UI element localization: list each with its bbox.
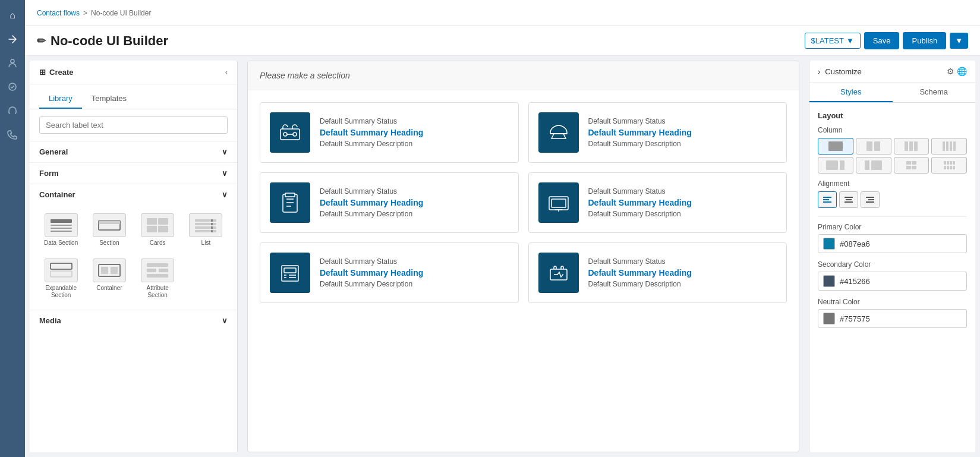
section-form-label: Form xyxy=(39,169,59,178)
column-option-3[interactable] xyxy=(894,138,929,155)
align-right[interactable] xyxy=(861,191,880,208)
svg-rect-4 xyxy=(51,228,72,229)
card-icon-0 xyxy=(270,112,310,153)
summary-card-4[interactable]: Default Summary Status Default Summary H… xyxy=(260,242,519,303)
section-container[interactable]: Container ∨ xyxy=(30,184,237,205)
svg-rect-25 xyxy=(147,263,168,267)
svg-point-0 xyxy=(11,59,14,63)
nav-home[interactable]: ⌂ xyxy=(2,5,23,26)
right-panel-nav-arrow-icon[interactable]: › xyxy=(818,67,820,76)
cards-label: Cards xyxy=(150,239,166,247)
component-data-section[interactable]: Data Section xyxy=(39,210,83,250)
neutral-color-input[interactable]: #757575 xyxy=(818,309,967,328)
column-option-1-3[interactable] xyxy=(818,157,853,174)
panel-tabs: Library Templates xyxy=(30,84,237,109)
component-container[interactable]: Container xyxy=(87,255,131,302)
tab-templates[interactable]: Templates xyxy=(82,89,136,109)
align-left[interactable] xyxy=(818,191,837,208)
column-option-1[interactable] xyxy=(818,138,853,155)
svg-rect-46 xyxy=(868,199,874,200)
summary-card-5[interactable]: Default Summary Status Default Summary H… xyxy=(528,242,787,303)
component-list[interactable]: List xyxy=(184,210,228,250)
breadcrumb-parent[interactable]: Contact flows xyxy=(37,9,80,17)
section-general-chevron-icon: ∨ xyxy=(222,147,228,156)
summary-card-2[interactable]: Default Summary Status Default Summary H… xyxy=(260,172,519,233)
svg-rect-8 xyxy=(147,218,157,225)
card-heading-3: Default Summary Heading xyxy=(588,198,777,207)
right-panel-title: Customize xyxy=(825,67,861,76)
nav-phone[interactable] xyxy=(2,124,23,145)
collapse-icon[interactable]: ‹ xyxy=(225,68,228,77)
publish-dropdown-button[interactable]: ▼ xyxy=(950,33,968,49)
secondary-color-input[interactable]: #415266 xyxy=(818,272,967,291)
card-description-0: Default Summary Description xyxy=(320,140,509,148)
left-panel: ⊞ Create ‹ Library Templates General ∨ F… xyxy=(30,61,238,452)
column-option-2-3[interactable] xyxy=(856,157,891,174)
tab-styles[interactable]: Styles xyxy=(809,83,893,102)
svg-rect-13 xyxy=(195,223,216,225)
svg-rect-20 xyxy=(51,263,72,269)
column-option-mixed[interactable] xyxy=(931,157,967,174)
tab-library[interactable]: Library xyxy=(39,89,82,109)
svg-rect-3 xyxy=(51,225,72,226)
expandable-section-label: Expandable Section xyxy=(42,285,80,299)
nav-headset[interactable] xyxy=(2,100,23,121)
svg-rect-26 xyxy=(147,269,156,272)
svg-rect-5 xyxy=(51,231,72,232)
edit-icon[interactable]: ✏ xyxy=(37,34,46,48)
align-center[interactable] xyxy=(839,191,858,208)
section-general[interactable]: General ∨ xyxy=(30,141,237,162)
neutral-color-swatch[interactable] xyxy=(823,313,835,324)
svg-rect-44 xyxy=(844,201,853,203)
tab-schema[interactable]: Schema xyxy=(893,83,976,102)
canvas-container: Please make a selection Default Summary … xyxy=(247,61,799,452)
attribute-section-label: Attribute Section xyxy=(138,285,177,299)
card-description-1: Default Summary Description xyxy=(588,140,777,148)
secondary-color-swatch[interactable] xyxy=(823,275,835,287)
svg-rect-38 xyxy=(550,269,567,280)
column-option-2[interactable] xyxy=(856,138,891,155)
save-button[interactable]: Save xyxy=(864,32,900,49)
svg-rect-15 xyxy=(195,230,216,232)
publish-button[interactable]: Publish xyxy=(903,32,946,49)
card-heading-5: Default Summary Heading xyxy=(588,268,777,278)
primary-color-swatch[interactable] xyxy=(823,238,835,250)
list-label: List xyxy=(201,239,211,247)
canvas-area: Please make a selection Default Summary … xyxy=(242,56,804,457)
primary-color-section: Primary Color #087ea6 xyxy=(818,223,967,253)
component-cards[interactable]: Cards xyxy=(136,210,179,250)
nav-flows[interactable] xyxy=(2,29,23,50)
nav-users[interactable] xyxy=(2,52,23,74)
summary-card-3[interactable]: Default Summary Status Default Summary H… xyxy=(528,172,787,233)
section-media[interactable]: Media ∨ xyxy=(30,310,237,331)
column-option-many[interactable] xyxy=(894,157,929,174)
card-content-2: Default Summary Status Default Summary H… xyxy=(320,187,509,218)
svg-rect-45 xyxy=(866,197,874,198)
alignment-options xyxy=(818,191,967,208)
primary-color-value: #087ea6 xyxy=(840,239,870,248)
summary-card-1[interactable]: Default Summary Status Default Summary H… xyxy=(528,102,787,163)
summary-card-0[interactable]: Default Summary Status Default Summary H… xyxy=(260,102,519,163)
search-input[interactable] xyxy=(39,116,228,134)
svg-rect-28 xyxy=(147,274,168,278)
version-chevron-icon: ▼ xyxy=(846,36,854,45)
component-section[interactable]: Section xyxy=(87,210,131,250)
right-panel-settings-icon[interactable]: ⚙ xyxy=(947,67,954,76)
svg-rect-39 xyxy=(823,197,831,198)
component-attribute[interactable]: Attribute Section xyxy=(136,255,179,302)
svg-rect-10 xyxy=(147,226,157,232)
container-label: Container xyxy=(96,285,122,292)
canvas-placeholder: Please make a selection xyxy=(248,61,799,90)
nav-bots[interactable] xyxy=(2,76,23,97)
version-dropdown[interactable]: $LATEST ▼ xyxy=(805,33,861,49)
section-form[interactable]: Form ∨ xyxy=(30,162,237,184)
primary-color-input[interactable]: #087ea6 xyxy=(818,234,967,253)
breadcrumb: Contact flows > No-code UI Builder xyxy=(37,9,151,17)
expandable-section-icon xyxy=(45,259,78,282)
card-content-5: Default Summary Status Default Summary H… xyxy=(588,257,777,288)
component-expandable[interactable]: Expandable Section xyxy=(39,255,83,302)
section-container-chevron-icon: ∨ xyxy=(222,190,228,199)
right-panel-globe-icon[interactable]: 🌐 xyxy=(957,67,967,76)
column-option-4[interactable] xyxy=(931,138,967,155)
section-icon xyxy=(93,213,126,237)
